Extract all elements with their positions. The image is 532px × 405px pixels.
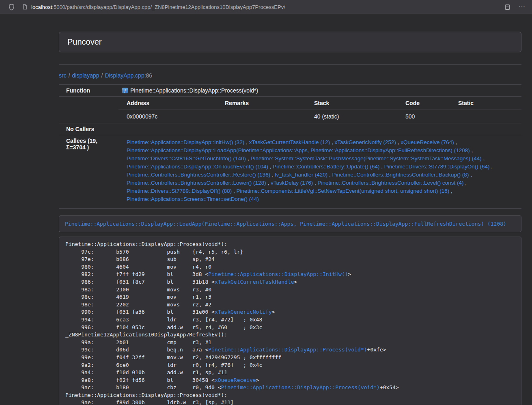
code-line: 99a: 2b01 cmp r3, #1 bbox=[65, 339, 515, 347]
column-header-stack: Stack bbox=[311, 97, 402, 110]
callee-separator: , bbox=[454, 139, 457, 145]
callee-separator: , bbox=[313, 180, 317, 186]
url-text[interactable]: localhost:5000/path/src/displayapp/Displ… bbox=[31, 4, 285, 10]
tracking-protection-shield-icon[interactable] bbox=[8, 4, 15, 11]
breadcrumb-link-file[interactable]: DisplayApp.cpp bbox=[105, 72, 144, 79]
callee-separator: , bbox=[469, 172, 472, 178]
browser-toolbar: localhost:5000/path/src/displayapp/Displ… bbox=[0, 0, 532, 14]
callees-list: Pinetime::Applications::DisplayApp::Init… bbox=[127, 138, 518, 203]
callee-link[interactable]: Pinetime::Controllers::BrightnessControl… bbox=[127, 180, 266, 186]
callee-link[interactable]: Pinetime::Controllers::BrightnessControl… bbox=[127, 172, 270, 178]
url-host: localhost bbox=[31, 4, 52, 10]
callee-link[interactable]: xTaskGetCurrentTaskHandle (12) bbox=[249, 139, 330, 145]
callee-link[interactable]: vTaskDelay (176) bbox=[271, 180, 313, 186]
stack-value: 40 (static) bbox=[311, 110, 402, 123]
callee-link[interactable]: Pinetime::Applications::DisplayApp::Load… bbox=[127, 147, 470, 153]
function-stats-table: Address Remarks Stack Code Static 0x0000… bbox=[118, 97, 521, 123]
breadcrumb-line-number: :86 bbox=[144, 72, 152, 79]
code-line: 97c: b570 push {r4, r5, r6, lr} bbox=[65, 248, 515, 256]
callee-link[interactable]: Pinetime::Drivers::Cst816S::GetTouchInfo… bbox=[127, 155, 246, 162]
table-row: Callees (19, Σ=3704 ) Pinetime::Applicat… bbox=[59, 135, 521, 209]
code-line: 98a: 2300 movs r3, #0 bbox=[65, 286, 515, 294]
callee-separator: , bbox=[246, 155, 250, 162]
column-header-address: Address bbox=[118, 97, 222, 110]
callee-separator: , bbox=[327, 172, 332, 178]
code-line: 99c: d06d beq.n a7a <Pinetime::Applicati… bbox=[65, 346, 515, 354]
table-row: 0x0000097c 40 (static) 500 bbox=[118, 110, 521, 123]
breadcrumb-separator: / bbox=[99, 72, 105, 79]
code-line: 994: 6ca3 ldr r3, [r4, #72] ; 0x48 bbox=[65, 316, 515, 324]
code-symbol-link[interactable]: Pinetime::Applications::DisplayApp::Proc… bbox=[221, 384, 380, 390]
table-row: Function f Pinetime::Applications::Displ… bbox=[59, 85, 521, 97]
callee-link[interactable]: lv_task_handler (420) bbox=[275, 172, 327, 178]
table-row: No Callers bbox=[59, 123, 521, 135]
callee-separator: , bbox=[244, 139, 249, 145]
highlighted-callee-panel: Pinetime::Applications::DisplayApp::Load… bbox=[59, 215, 521, 232]
code-line: Pinetime::Applications::DisplayApp::Proc… bbox=[65, 241, 515, 248]
column-header-remarks: Remarks bbox=[222, 97, 311, 110]
callee-link[interactable]: Pinetime::Controllers::Battery::Update()… bbox=[273, 164, 379, 170]
breadcrumb-link-displayapp[interactable]: displayapp bbox=[72, 72, 99, 79]
callee-separator: , bbox=[449, 188, 452, 194]
url-path: :5000/path/src/displayapp/DisplayApp.cpp… bbox=[52, 4, 285, 10]
code-line: 9ac: b180 cbz r0, 9d0 <Pinetime::Applica… bbox=[65, 384, 515, 392]
reader-view-icon[interactable] bbox=[504, 4, 510, 10]
code-symbol-link[interactable]: xTaskGetCurrentTaskHandle bbox=[215, 279, 294, 285]
code-line: 98e: 2202 movs r2, #2 bbox=[65, 301, 515, 309]
callees-label: Callees (19, Σ=3704 ) bbox=[59, 135, 118, 209]
code-line: 9a8: f02f fd56 bl 30458 <xQueueReceive> bbox=[65, 377, 515, 384]
code-line: _ZN8Pinetime12Applications10DisplayApp7R… bbox=[65, 331, 515, 339]
callee-separator: , bbox=[330, 139, 334, 145]
divider bbox=[59, 64, 521, 65]
remarks-value bbox=[222, 110, 311, 123]
code-size-value: 500 bbox=[402, 110, 455, 123]
breadcrumb: src/displayapp/DisplayApp.cpp:86 bbox=[59, 71, 521, 80]
callee-link[interactable]: xTaskGenericNotify (252) bbox=[335, 139, 396, 145]
code-line: 990: f031 fa36 bl 31e00 <xTaskGenericNot… bbox=[65, 308, 515, 316]
function-info-table: Function f Pinetime::Applications::Displ… bbox=[59, 84, 521, 209]
address-value: 0x0000097c bbox=[118, 110, 222, 123]
column-header-code: Code bbox=[402, 97, 455, 110]
code-line: 99e: f04f 32ff mov.w r2, #4294967295 ; 0… bbox=[65, 354, 515, 362]
column-header-static: Static bbox=[455, 97, 521, 110]
code-symbol-link[interactable]: Pinetime::Applications::DisplayApp::Init… bbox=[208, 271, 348, 277]
code-symbol-link[interactable]: xQueueReceive bbox=[215, 377, 256, 383]
callee-link[interactable]: Pinetime::Applications::DisplayApp::OnTo… bbox=[127, 164, 268, 170]
code-symbol-link[interactable]: Pinetime::Applications::DisplayApp::Proc… bbox=[208, 347, 367, 353]
callee-separator: , bbox=[266, 180, 271, 186]
code-line: 980: 4604 mov r4, r0 bbox=[65, 263, 515, 271]
function-row-label: Function bbox=[59, 85, 118, 97]
static-value bbox=[455, 110, 521, 123]
callee-link[interactable]: Pinetime::Drivers::St7789::DisplayOn() (… bbox=[384, 164, 490, 170]
code-line: Pinetime::Applications::DisplayApp::Proc… bbox=[65, 392, 515, 399]
callee-separator: , bbox=[268, 164, 273, 170]
callee-link[interactable]: Pinetime::Applications::Screens::Timer::… bbox=[127, 196, 259, 202]
code-line: 97e: b086 sub sp, #24 bbox=[65, 256, 515, 263]
overflow-menu-icon[interactable]: ⋯ bbox=[519, 4, 526, 10]
callee-separator: , bbox=[464, 180, 467, 186]
callee-separator: , bbox=[489, 164, 493, 170]
callee-link[interactable]: xQueueReceive (764) bbox=[401, 139, 454, 145]
callee-link[interactable]: Pinetime::Drivers::St7789::DisplayOff() … bbox=[127, 188, 232, 194]
page-title: Puncover bbox=[67, 37, 102, 47]
callee-link[interactable]: Pinetime::Applications::DisplayApp::Init… bbox=[127, 139, 244, 145]
callee-separator: , bbox=[232, 188, 236, 194]
callee-link[interactable]: Pinetime::Controllers::BrightnessControl… bbox=[332, 172, 469, 178]
highlighted-callee-link[interactable]: Pinetime::Applications::DisplayApp::Load… bbox=[65, 221, 506, 227]
callee-separator: , bbox=[396, 139, 401, 145]
breadcrumb-separator: / bbox=[67, 72, 72, 79]
page-content: Puncover src/displayapp/DisplayApp.cpp:8… bbox=[0, 14, 532, 405]
function-signature: Pinetime::Applications::DisplayApp::Proc… bbox=[130, 87, 258, 94]
callee-separator: , bbox=[380, 164, 384, 170]
code-line: 982: f7ff fd29 bl 3d8 <Pinetime::Applica… bbox=[65, 271, 515, 278]
callee-link[interactable]: Pinetime::Components::LittleVgl::SetNewT… bbox=[237, 188, 450, 194]
callee-link[interactable]: Pinetime::System::SystemTask::PushMessag… bbox=[250, 155, 481, 162]
code-line: 996: f104 053c add.w r5, r4, #60 ; 0x3c bbox=[65, 324, 515, 332]
no-callers-label: No Callers bbox=[59, 123, 118, 135]
breadcrumb-link-src[interactable]: src bbox=[59, 72, 67, 79]
code-symbol-link[interactable]: xTaskGenericNotify bbox=[215, 309, 272, 315]
callee-link[interactable]: Pinetime::Controllers::BrightnessControl… bbox=[317, 180, 463, 186]
callee-separator: , bbox=[482, 155, 485, 162]
url-bar[interactable]: localhost:5000/path/src/displayapp/Displ… bbox=[22, 4, 504, 10]
page-icon bbox=[22, 4, 28, 10]
